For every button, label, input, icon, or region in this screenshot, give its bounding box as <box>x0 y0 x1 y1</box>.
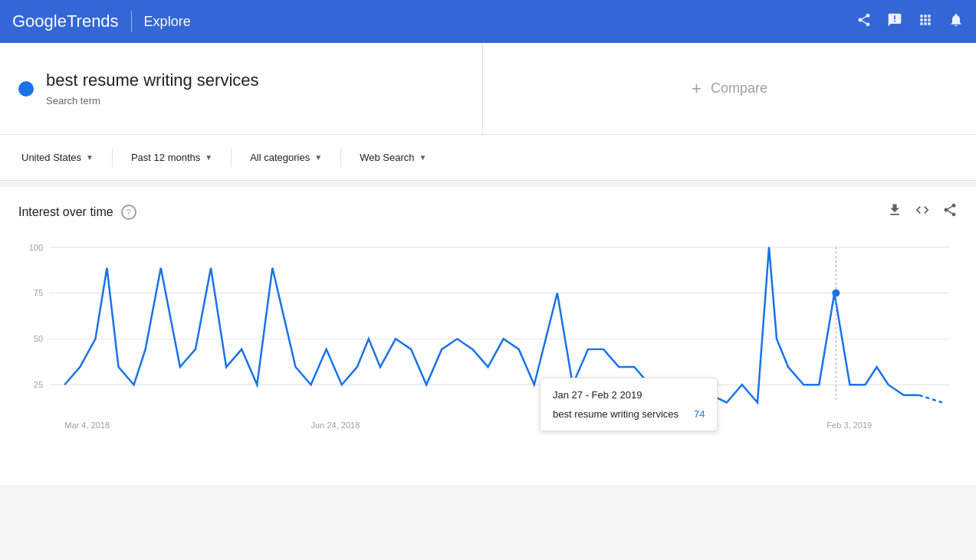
notification-icon[interactable] <box>948 12 964 31</box>
help-icon[interactable]: ? <box>121 205 136 220</box>
chart-container: 100 75 50 25 Mar 4, 2018 Jun 24, 2018 Oc… <box>18 240 958 485</box>
svg-text:Jun 24, 2018: Jun 24, 2018 <box>311 421 360 430</box>
search-term-dot <box>18 81 34 97</box>
compare-panel[interactable]: + Compare <box>483 43 976 134</box>
tooltip-row: best resume writing services 74 <box>553 408 705 420</box>
filter-separator-2 <box>231 149 232 167</box>
embed-icon[interactable] <box>915 202 930 221</box>
region-label: United States <box>21 152 81 163</box>
category-label: All categories <box>250 152 310 163</box>
chart-title: Interest over time <box>18 205 113 219</box>
filter-separator-1 <box>112 149 113 167</box>
download-icon[interactable] <box>887 202 902 221</box>
search-type-dropdown-icon: ▼ <box>419 153 426 162</box>
help-label: ? <box>127 208 131 217</box>
time-range-dropdown-icon: ▼ <box>205 153 212 162</box>
share-chart-icon[interactable] <box>942 202 958 221</box>
svg-point-13 <box>832 290 840 297</box>
svg-text:50: 50 <box>34 334 43 343</box>
category-dropdown-icon: ▼ <box>314 153 322 162</box>
chart-actions <box>887 202 958 221</box>
search-term-text: best resume writing services Search term <box>46 70 259 107</box>
app-logo: Google Trends <box>12 11 119 31</box>
feedback-icon[interactable] <box>887 12 902 31</box>
header-explore-label: Explore <box>144 14 191 30</box>
apps-icon[interactable] <box>918 12 933 31</box>
search-term-panel: best resume writing services Search term <box>0 43 483 134</box>
interest-chart: 100 75 50 25 Mar 4, 2018 Jun 24, 2018 Oc… <box>18 240 958 454</box>
compare-label: Compare <box>711 80 767 97</box>
category-filter[interactable]: All categories ▼ <box>241 147 331 168</box>
compare-plus-icon: + <box>692 79 702 99</box>
svg-text:75: 75 <box>34 289 43 298</box>
header-divider <box>131 11 132 32</box>
logo-trends: Trends <box>67 11 119 31</box>
svg-text:Feb 3, 2019: Feb 3, 2019 <box>826 421 872 430</box>
svg-text:100: 100 <box>29 243 43 252</box>
filter-separator-3 <box>340 149 341 167</box>
app-header: Google Trends Explore <box>0 0 976 43</box>
chart-title-area: Interest over time ? <box>18 205 136 220</box>
tooltip-term: best resume writing services <box>553 408 679 420</box>
search-type-filter[interactable]: Web Search ▼ <box>350 147 435 168</box>
time-range-filter[interactable]: Past 12 months ▼ <box>122 147 222 168</box>
search-term-type: Search term <box>46 95 100 106</box>
search-type-label: Web Search <box>360 152 414 163</box>
search-term-value: best resume writing services <box>46 70 259 90</box>
svg-text:Mar 4, 2018: Mar 4, 2018 <box>64 421 110 430</box>
search-area: best resume writing services Search term… <box>0 43 976 135</box>
main-content: Interest over time ? 100 <box>0 187 976 485</box>
tooltip-date: Jan 27 - Feb 2 2019 <box>553 389 705 401</box>
time-range-label: Past 12 months <box>131 152 200 163</box>
tooltip-value: 74 <box>694 408 705 420</box>
filters-bar: United States ▼ Past 12 months ▼ All cat… <box>0 135 976 181</box>
region-dropdown-icon: ▼ <box>86 153 94 162</box>
region-filter[interactable]: United States ▼ <box>12 147 103 168</box>
header-actions <box>856 12 964 31</box>
chart-header: Interest over time ? <box>18 202 958 221</box>
chart-tooltip: Jan 27 - Feb 2 2019 best resume writing … <box>540 378 718 431</box>
svg-text:25: 25 <box>34 380 43 389</box>
logo-google: Google <box>12 11 67 31</box>
share-icon[interactable] <box>856 12 872 31</box>
